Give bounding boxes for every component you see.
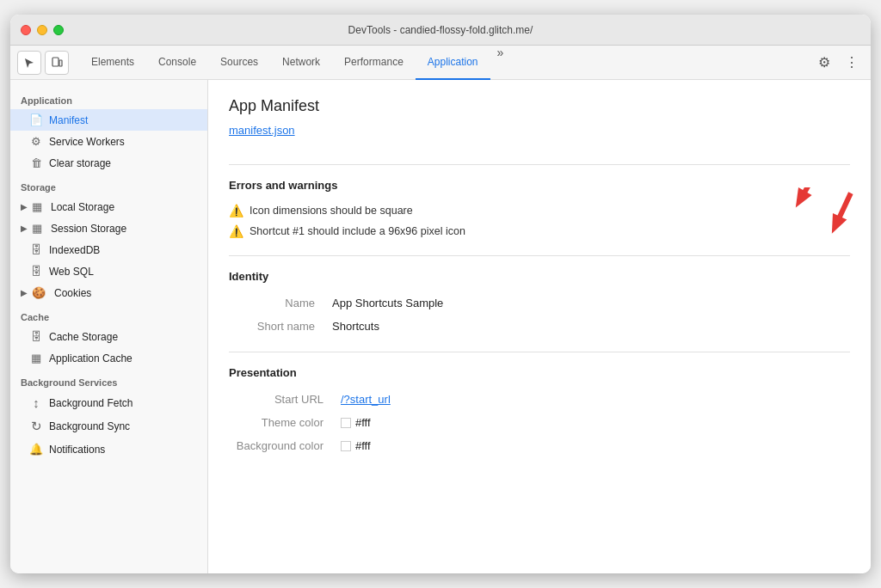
sidebar-indexeddb-label: IndexedDB: [49, 244, 100, 256]
more-tabs-button[interactable]: »: [490, 46, 511, 80]
svg-rect-1: [59, 60, 62, 66]
theme-color-value: #fff: [341, 416, 371, 429]
sidebar: Application 📄 Manifest ⚙ Service Workers…: [10, 80, 208, 573]
manifest-icon: 📄: [29, 113, 43, 126]
start-url-label: Start URL: [229, 393, 323, 406]
short-name-value: Shortcuts: [332, 320, 379, 333]
sidebar-item-cache-storage[interactable]: 🗄 Cache Storage: [10, 326, 207, 347]
identity-row-name: Name App Shortcuts Sample: [229, 291, 850, 315]
cursor-icon[interactable]: [17, 51, 41, 75]
divider-1: [229, 164, 850, 165]
bg-color-value: #fff: [341, 439, 371, 452]
sidebar-item-local-storage[interactable]: ▶ ▦ Local Storage: [10, 196, 207, 217]
pres-row-start-url: Start URL /?start_url: [229, 388, 850, 411]
clear-storage-icon: 🗑: [29, 156, 43, 169]
tab-sources[interactable]: Sources: [208, 46, 270, 80]
warning-icon-1: ⚠️: [229, 204, 243, 217]
sidebar-item-clear-storage[interactable]: 🗑 Clear storage: [10, 152, 207, 174]
expand-arrow-cookies: ▶: [21, 288, 28, 297]
divider-3: [229, 352, 850, 352]
sidebar-section-background-services: Background Services: [10, 369, 207, 391]
window-controls: [21, 25, 64, 35]
close-button[interactable]: [21, 25, 31, 35]
sidebar-service-workers-label: Service Workers: [49, 136, 125, 148]
errors-warnings-section: Errors and warnings ⚠️ Icon dimensions s…: [229, 179, 850, 242]
theme-color-swatch[interactable]: [341, 418, 351, 428]
sidebar-manifest-label: Manifest: [49, 114, 88, 126]
sidebar-item-background-fetch[interactable]: ↕ Background Fetch: [10, 391, 207, 414]
sidebar-item-cookies[interactable]: ▶ 🍪 Cookies: [10, 282, 207, 303]
sidebar-background-sync-label: Background Sync: [49, 420, 130, 432]
more-options-icon[interactable]: ⋮: [840, 51, 864, 75]
background-fetch-icon: ↕: [29, 395, 43, 410]
cookies-icon: 🍪: [32, 286, 46, 299]
sidebar-cache-storage-label: Cache Storage: [49, 331, 118, 343]
devtools-window: DevTools - candied-flossy-fold.glitch.me…: [10, 15, 871, 573]
sidebar-item-indexeddb[interactable]: 🗄 IndexedDB: [10, 239, 207, 260]
toolbar-settings: ⚙ ⋮: [812, 51, 864, 75]
identity-section: Identity Name App Shortcuts Sample Short…: [229, 270, 850, 338]
sidebar-section-cache: Cache: [10, 303, 207, 326]
svg-marker-4: [825, 213, 847, 237]
sidebar-application-cache-label: Application Cache: [49, 352, 132, 364]
sidebar-item-notifications[interactable]: 🔔 Notifications: [10, 438, 207, 460]
maximize-button[interactable]: [53, 25, 64, 35]
indexeddb-icon: 🗄: [29, 243, 43, 256]
pres-row-theme-color: Theme color #fff: [229, 411, 850, 434]
page-title: App Manifest: [229, 97, 850, 115]
svg-rect-3: [801, 187, 820, 195]
bg-color-swatch[interactable]: [341, 441, 351, 451]
service-workers-icon: ⚙: [29, 135, 43, 148]
pres-row-bg-color: Background color #fff: [229, 434, 850, 457]
settings-gear-icon[interactable]: ⚙: [812, 51, 836, 75]
name-value: App Shortcuts Sample: [332, 297, 443, 309]
start-url-link[interactable]: /?start_url: [341, 393, 391, 406]
bg-color-label: Background color: [229, 439, 323, 452]
tab-console[interactable]: Console: [146, 46, 208, 80]
minimize-button[interactable]: [37, 25, 47, 35]
svg-rect-5: [836, 192, 853, 220]
error-text-1: Icon dimensions should be square: [250, 205, 413, 217]
tab-application[interactable]: Application: [416, 46, 490, 80]
sidebar-clear-storage-label: Clear storage: [49, 157, 111, 169]
tab-network[interactable]: Network: [270, 46, 332, 80]
expand-arrow-local-storage: ▶: [21, 202, 28, 211]
start-url-value: /?start_url: [341, 393, 391, 406]
sidebar-item-background-sync[interactable]: ↻ Background Sync: [10, 414, 207, 438]
svg-marker-2: [789, 187, 812, 211]
sidebar-item-manifest[interactable]: 📄 Manifest: [10, 109, 207, 131]
errors-heading: Errors and warnings: [229, 179, 781, 192]
sidebar-cookies-label: Cookies: [54, 287, 91, 299]
manifest-json-link[interactable]: manifest.json: [229, 124, 295, 137]
warning-icon-2: ⚠️: [229, 224, 243, 238]
notifications-icon: 🔔: [29, 443, 43, 456]
svg-rect-0: [52, 58, 59, 66]
window-title: DevTools - candied-flossy-fold.glitch.me…: [348, 24, 533, 36]
web-sql-icon: 🗄: [29, 265, 43, 278]
error-item-1: ⚠️ Icon dimensions should be square: [229, 200, 781, 221]
tab-elements[interactable]: Elements: [79, 46, 146, 80]
sidebar-item-session-storage[interactable]: ▶ ▦ Session Storage: [10, 217, 207, 239]
title-bar: DevTools - candied-flossy-fold.glitch.me…: [10, 15, 871, 46]
expand-arrow-session-storage: ▶: [21, 224, 28, 233]
background-sync-icon: ↻: [29, 419, 43, 434]
identity-row-short-name: Short name Shortcuts: [229, 315, 850, 338]
sidebar-item-web-sql[interactable]: 🗄 Web SQL: [10, 260, 207, 282]
tab-performance[interactable]: Performance: [332, 46, 416, 80]
cache-storage-icon: 🗄: [29, 330, 43, 343]
sidebar-section-storage: Storage: [10, 174, 207, 196]
toolbar-nav-icons: [17, 51, 69, 75]
device-icon[interactable]: [45, 51, 69, 75]
name-label: Name: [229, 297, 315, 309]
theme-color-label: Theme color: [229, 416, 323, 429]
content-panel: App Manifest manifest.json Errors and wa…: [208, 80, 871, 573]
sidebar-item-service-workers[interactable]: ⚙ Service Workers: [10, 131, 207, 152]
identity-heading: Identity: [229, 270, 850, 283]
tab-list: Elements Console Sources Network Perform…: [79, 46, 809, 80]
sidebar-item-application-cache[interactable]: ▦ Application Cache: [10, 347, 207, 369]
short-name-label: Short name: [229, 320, 315, 333]
sidebar-web-sql-label: Web SQL: [49, 266, 94, 278]
application-cache-icon: ▦: [29, 352, 43, 364]
divider-2: [229, 255, 850, 256]
presentation-section: Presentation Start URL /?start_url Theme…: [229, 366, 850, 457]
